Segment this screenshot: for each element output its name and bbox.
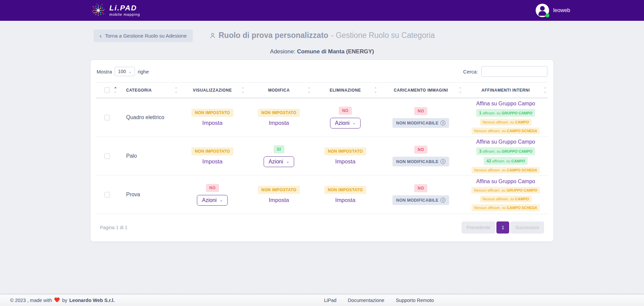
logo-title: Li.PAD xyxy=(109,4,140,12)
status-badge: NON IMPOSTATO xyxy=(192,147,233,155)
status-badge: NO xyxy=(339,107,352,115)
avatar xyxy=(536,4,549,17)
table-row: Palo NON IMPOSTATOImposta SIAzioni ⌄ NON… xyxy=(96,137,548,175)
non-modificabile-badge: NON MODIFICABILE i xyxy=(392,118,449,128)
sort-icons[interactable]: ⌃⌄ xyxy=(241,88,245,93)
username: leoweb xyxy=(553,7,570,13)
table-row: Prova NOAzioni ⌄ NON IMPOSTATOImposta NO… xyxy=(96,175,548,214)
user-menu[interactable]: leoweb xyxy=(536,4,570,17)
non-modificabile-badge: NON MODIFICABILE i xyxy=(392,195,449,205)
affina-gruppo-campo-link[interactable]: Affina su Gruppo Campo xyxy=(476,139,535,145)
imposta-link[interactable]: Imposta xyxy=(269,120,289,126)
logo-subtitle: mobile mapping xyxy=(109,13,140,16)
copyright: © 2023 , made with by Leonardo Web S.r.l… xyxy=(0,298,115,303)
category-name: Palo xyxy=(119,153,179,159)
online-status-dot xyxy=(545,13,549,17)
azioni-dropdown[interactable]: Azioni ⌄ xyxy=(330,118,361,129)
sort-icons[interactable]: ⌃⌄ xyxy=(114,88,117,93)
affinamenti-pill: 42 affinam. su CAMPO xyxy=(484,157,528,165)
affinamenti-pill: Nessun affinam. su CAMPO SCHEDA xyxy=(472,167,540,173)
affinamenti-pill: Nessun affinam. su CAMPO xyxy=(480,196,532,202)
chevron-down-icon: ⌄ xyxy=(286,159,289,164)
affina-gruppo-campo-link[interactable]: Affina su Gruppo Campo xyxy=(476,101,535,107)
status-badge: NO xyxy=(414,107,427,115)
non-modificabile-badge: NON MODIFICABILE i xyxy=(392,157,449,166)
chevron-down-icon: ⌄ xyxy=(220,198,223,202)
info-icon[interactable]: i xyxy=(440,159,445,164)
adesione-label: Adesione: xyxy=(270,48,296,55)
page-title: Ruolo di prova personalizzato - Gestione… xyxy=(91,31,553,40)
rows-per-page-value: 100 xyxy=(118,69,126,74)
column-affinamenti-interni: AFFINAMENTI INTERNI xyxy=(482,88,530,93)
affinamenti-pill: 1 affinam. su GRUPPO CAMPO xyxy=(476,109,535,117)
row-checkbox[interactable] xyxy=(104,153,110,159)
affinamenti-pill: 3 affinam. su GRUPPO CAMPO xyxy=(476,147,535,155)
company-name: Leonardo Web S.r.l. xyxy=(69,298,114,303)
pagination-info: Pagina 1 di 1 xyxy=(100,225,127,230)
footer-link-lipad[interactable]: LiPad xyxy=(324,298,336,303)
affinamenti-pill: Nessun affinam. su GRUPPO CAMPO xyxy=(471,187,540,194)
table-body: Quadro elettrico NON IMPOSTATOImposta NO… xyxy=(96,98,548,214)
column-modifica: MODIFICA xyxy=(268,88,290,93)
status-badge: NON IMPOSTATO xyxy=(192,109,233,117)
select-all-checkbox[interactable] xyxy=(104,87,110,93)
search-input[interactable] xyxy=(481,66,547,77)
footer: © 2023 , made with by Leonardo Web S.r.l… xyxy=(0,295,644,306)
imposta-link[interactable]: Imposta xyxy=(269,197,289,204)
imposta-link[interactable]: Imposta xyxy=(202,120,222,126)
column-caricamento-immagini: CARICAMENTO IMMAGINI xyxy=(394,88,448,93)
chevron-down-icon: ⌄ xyxy=(128,69,131,74)
rows-per-page-select[interactable]: 100 ⌄ xyxy=(115,67,135,76)
person-icon xyxy=(209,32,216,39)
category-name: Prova xyxy=(119,192,179,198)
affina-gruppo-campo-link[interactable]: Affina su Gruppo Campo xyxy=(476,178,535,185)
column-eliminazione: ELIMINAZIONE xyxy=(330,88,361,93)
footer-link-documentazione[interactable]: Documentazione xyxy=(348,298,384,303)
affinamenti-pill: Nessun affinam. su CAMPO SCHEDA xyxy=(472,128,540,134)
current-page-button[interactable]: 1 xyxy=(496,221,509,234)
show-label: Mostra xyxy=(97,69,112,74)
imposta-link[interactable]: Imposta xyxy=(335,197,355,204)
title-suffix: - Gestione Ruolo su Categoria xyxy=(331,31,435,40)
column-categoria: CATEGORIA xyxy=(126,88,152,93)
imposta-link[interactable]: Imposta xyxy=(335,158,355,165)
azioni-dropdown[interactable]: Azioni ⌄ xyxy=(264,156,294,167)
roles-table-card: Mostra 100 ⌄ righe Cerca: ⌃⌄ CATEGORIA ⌃… xyxy=(91,60,553,242)
status-badge: NO xyxy=(206,184,219,192)
info-icon[interactable]: i xyxy=(440,120,445,125)
table-row: Quadro elettrico NON IMPOSTATOImposta NO… xyxy=(96,98,548,137)
app-logo[interactable]: Li.PAD mobile mapping xyxy=(91,3,140,18)
sort-icons[interactable]: ⌃⌄ xyxy=(308,88,311,93)
imposta-link[interactable]: Imposta xyxy=(202,158,222,165)
search-label: Cerca: xyxy=(463,69,478,74)
sort-icons[interactable]: ⌃⌄ xyxy=(374,88,377,93)
info-icon[interactable]: i xyxy=(440,198,445,203)
previous-page-button[interactable]: Precedente xyxy=(462,221,496,234)
role-name: Ruolo di prova personalizzato xyxy=(219,31,328,40)
affinamenti-pill: Nessun affinam. su CAMPO xyxy=(480,119,532,125)
status-badge: NO xyxy=(414,146,427,154)
status-badge: SI xyxy=(274,145,284,153)
sort-icons[interactable]: ⌃⌄ xyxy=(175,88,178,93)
navbar: Li.PAD mobile mapping leoweb xyxy=(0,0,644,21)
status-badge: NON IMPOSTATO xyxy=(258,109,300,117)
affinamenti-pill: Nessun affinam. su CAMPO SCHEDA xyxy=(472,204,540,211)
sort-icons[interactable]: ⌃⌄ xyxy=(459,88,462,93)
column-visualizzazione: VISUALIZZAZIONE xyxy=(193,88,232,93)
row-checkbox[interactable] xyxy=(104,192,110,198)
status-badge: NON IMPOSTATO xyxy=(324,147,366,155)
status-badge: NON IMPOSTATO xyxy=(324,186,366,194)
row-checkbox[interactable] xyxy=(104,115,110,120)
logo-starburst-icon xyxy=(91,3,106,18)
rows-label: righe xyxy=(138,69,149,74)
status-badge: NON IMPOSTATO xyxy=(258,186,300,194)
next-page-button[interactable]: Successivo xyxy=(510,221,544,234)
table-header: ⌃⌄ CATEGORIA ⌃⌄ VISUALIZZAZIONE ⌃⌄ MODIF… xyxy=(96,82,548,98)
footer-links: LiPadDocumentazioneSupporto Remoto xyxy=(324,298,434,303)
adesione-value: Comune di Manta (ENERGY) xyxy=(297,48,374,55)
adesione-line: Adesione: Comune di Manta (ENERGY) xyxy=(0,48,644,55)
azioni-dropdown[interactable]: Azioni ⌄ xyxy=(197,195,228,206)
footer-link-supporto-remoto[interactable]: Supporto Remoto xyxy=(396,298,434,303)
status-badge: NO xyxy=(414,184,427,192)
sort-icons[interactable]: ⌃⌄ xyxy=(544,88,547,93)
